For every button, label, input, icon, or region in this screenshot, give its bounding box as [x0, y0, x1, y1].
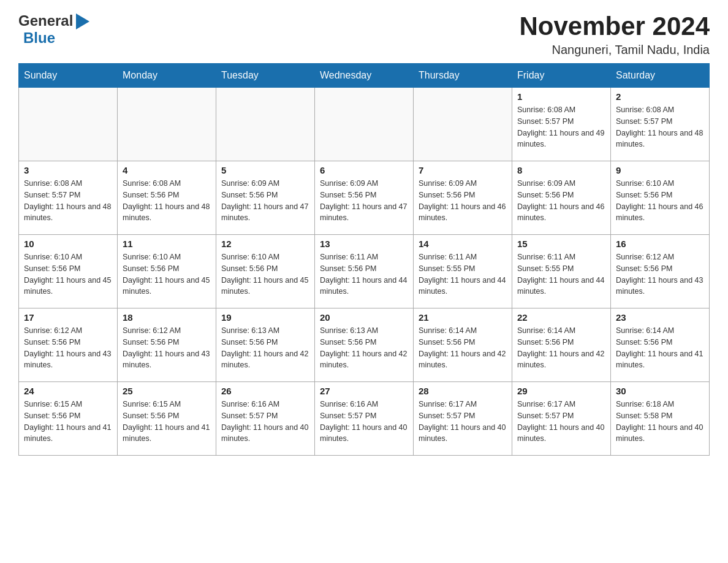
sun-info: Sunrise: 6:09 AMSunset: 5:56 PMDaylight:… [221, 178, 309, 224]
calendar-cell: 6Sunrise: 6:09 AMSunset: 5:56 PMDaylight… [315, 161, 414, 235]
sun-info: Sunrise: 6:10 AMSunset: 5:56 PMDaylight:… [616, 178, 704, 224]
day-number: 10 [24, 239, 112, 249]
sun-info: Sunrise: 6:08 AMSunset: 5:56 PMDaylight:… [123, 178, 211, 224]
day-number: 17 [24, 312, 112, 323]
day-number: 13 [320, 239, 408, 249]
calendar-cell: 27Sunrise: 6:16 AMSunset: 5:57 PMDayligh… [315, 382, 414, 456]
calendar-cell: 22Sunrise: 6:14 AMSunset: 5:56 PMDayligh… [512, 308, 611, 382]
sun-info: Sunrise: 6:10 AMSunset: 5:56 PMDaylight:… [123, 251, 211, 297]
calendar-cell: 28Sunrise: 6:17 AMSunset: 5:57 PMDayligh… [414, 382, 512, 456]
calendar-cell: 21Sunrise: 6:14 AMSunset: 5:56 PMDayligh… [414, 308, 512, 382]
calendar-header-row: SundayMondayTuesdayWednesdayThursdayFrid… [19, 64, 710, 88]
sun-info: Sunrise: 6:09 AMSunset: 5:56 PMDaylight:… [419, 178, 507, 224]
sun-info: Sunrise: 6:12 AMSunset: 5:56 PMDaylight:… [123, 325, 211, 371]
calendar-cell: 30Sunrise: 6:18 AMSunset: 5:58 PMDayligh… [611, 382, 710, 456]
sun-info: Sunrise: 6:10 AMSunset: 5:56 PMDaylight:… [24, 251, 112, 297]
calendar-cell: 17Sunrise: 6:12 AMSunset: 5:56 PMDayligh… [19, 308, 118, 382]
day-number: 22 [517, 312, 605, 323]
calendar-cell: 14Sunrise: 6:11 AMSunset: 5:55 PMDayligh… [414, 235, 512, 308]
day-header-friday: Friday [512, 64, 611, 88]
calendar-cell: 20Sunrise: 6:13 AMSunset: 5:56 PMDayligh… [315, 308, 414, 382]
calendar-cell: 8Sunrise: 6:09 AMSunset: 5:56 PMDaylight… [512, 161, 611, 235]
day-number: 4 [123, 165, 211, 175]
calendar-cell: 1Sunrise: 6:08 AMSunset: 5:57 PMDaylight… [512, 88, 611, 161]
calendar-cell: 15Sunrise: 6:11 AMSunset: 5:55 PMDayligh… [512, 235, 611, 308]
calendar-week-row: 24Sunrise: 6:15 AMSunset: 5:56 PMDayligh… [19, 382, 710, 456]
day-header-monday: Monday [118, 64, 216, 88]
calendar-cell: 12Sunrise: 6:10 AMSunset: 5:56 PMDayligh… [216, 235, 315, 308]
calendar-cell: 25Sunrise: 6:15 AMSunset: 5:56 PMDayligh… [118, 382, 216, 456]
day-number: 9 [616, 165, 704, 175]
day-number: 3 [24, 165, 112, 175]
sun-info: Sunrise: 6:13 AMSunset: 5:56 PMDaylight:… [221, 325, 309, 371]
calendar-cell [414, 88, 512, 161]
calendar-week-row: 3Sunrise: 6:08 AMSunset: 5:57 PMDaylight… [19, 161, 710, 235]
calendar-cell: 19Sunrise: 6:13 AMSunset: 5:56 PMDayligh… [216, 308, 315, 382]
calendar-cell [315, 88, 414, 161]
day-number: 21 [419, 312, 507, 323]
location-text: Nanguneri, Tamil Nadu, India [519, 43, 710, 57]
day-number: 16 [616, 239, 704, 249]
calendar-week-row: 1Sunrise: 6:08 AMSunset: 5:57 PMDaylight… [19, 88, 710, 161]
calendar-cell: 4Sunrise: 6:08 AMSunset: 5:56 PMDaylight… [118, 161, 216, 235]
calendar-cell: 18Sunrise: 6:12 AMSunset: 5:56 PMDayligh… [118, 308, 216, 382]
calendar-cell: 13Sunrise: 6:11 AMSunset: 5:56 PMDayligh… [315, 235, 414, 308]
sun-info: Sunrise: 6:11 AMSunset: 5:55 PMDaylight:… [517, 251, 605, 297]
day-number: 12 [221, 239, 309, 249]
calendar-cell: 7Sunrise: 6:09 AMSunset: 5:56 PMDaylight… [414, 161, 512, 235]
day-header-wednesday: Wednesday [315, 64, 414, 88]
sun-info: Sunrise: 6:14 AMSunset: 5:56 PMDaylight:… [517, 325, 605, 371]
sun-info: Sunrise: 6:15 AMSunset: 5:56 PMDaylight:… [123, 399, 211, 445]
sun-info: Sunrise: 6:08 AMSunset: 5:57 PMDaylight:… [517, 104, 605, 150]
calendar-cell: 10Sunrise: 6:10 AMSunset: 5:56 PMDayligh… [19, 235, 118, 308]
sun-info: Sunrise: 6:16 AMSunset: 5:57 PMDaylight:… [320, 399, 408, 445]
day-number: 1 [517, 91, 605, 102]
day-number: 2 [616, 91, 704, 102]
calendar-table: SundayMondayTuesdayWednesdayThursdayFrid… [18, 63, 710, 456]
sun-info: Sunrise: 6:12 AMSunset: 5:56 PMDaylight:… [24, 325, 112, 371]
day-number: 11 [123, 239, 211, 249]
sun-info: Sunrise: 6:13 AMSunset: 5:56 PMDaylight:… [320, 325, 408, 371]
sun-info: Sunrise: 6:18 AMSunset: 5:58 PMDaylight:… [616, 399, 704, 445]
logo-blue-text: Blue [23, 29, 55, 46]
day-header-tuesday: Tuesday [216, 64, 315, 88]
calendar-cell: 11Sunrise: 6:10 AMSunset: 5:56 PMDayligh… [118, 235, 216, 308]
sun-info: Sunrise: 6:17 AMSunset: 5:57 PMDaylight:… [517, 399, 605, 445]
sun-info: Sunrise: 6:17 AMSunset: 5:57 PMDaylight:… [419, 399, 507, 445]
calendar-cell: 23Sunrise: 6:14 AMSunset: 5:56 PMDayligh… [611, 308, 710, 382]
calendar-cell: 26Sunrise: 6:16 AMSunset: 5:57 PMDayligh… [216, 382, 315, 456]
logo: General Blue [18, 12, 91, 47]
sun-info: Sunrise: 6:08 AMSunset: 5:57 PMDaylight:… [24, 178, 112, 224]
calendar-week-row: 17Sunrise: 6:12 AMSunset: 5:56 PMDayligh… [19, 308, 710, 382]
logo-general-text: General [18, 12, 73, 29]
day-number: 24 [24, 386, 112, 396]
calendar-cell: 5Sunrise: 6:09 AMSunset: 5:56 PMDaylight… [216, 161, 315, 235]
day-number: 25 [123, 386, 211, 396]
day-number: 7 [419, 165, 507, 175]
calendar-week-row: 10Sunrise: 6:10 AMSunset: 5:56 PMDayligh… [19, 235, 710, 308]
day-header-saturday: Saturday [611, 64, 710, 88]
sun-info: Sunrise: 6:10 AMSunset: 5:56 PMDaylight:… [221, 251, 309, 297]
calendar-cell: 16Sunrise: 6:12 AMSunset: 5:56 PMDayligh… [611, 235, 710, 308]
day-number: 6 [320, 165, 408, 175]
sun-info: Sunrise: 6:16 AMSunset: 5:57 PMDaylight:… [221, 399, 309, 445]
calendar-cell: 3Sunrise: 6:08 AMSunset: 5:57 PMDaylight… [19, 161, 118, 235]
sun-info: Sunrise: 6:14 AMSunset: 5:56 PMDaylight:… [419, 325, 507, 371]
day-number: 30 [616, 386, 704, 396]
day-number: 23 [616, 312, 704, 323]
sun-info: Sunrise: 6:15 AMSunset: 5:56 PMDaylight:… [24, 399, 112, 445]
sun-info: Sunrise: 6:14 AMSunset: 5:56 PMDaylight:… [616, 325, 704, 371]
page-header: General Blue November 2024 Nanguneri, Ta… [18, 12, 710, 57]
calendar-cell [118, 88, 216, 161]
sun-info: Sunrise: 6:12 AMSunset: 5:56 PMDaylight:… [616, 251, 704, 297]
calendar-cell [216, 88, 315, 161]
month-title: November 2024 [519, 12, 710, 40]
sun-info: Sunrise: 6:11 AMSunset: 5:55 PMDaylight:… [419, 251, 507, 297]
title-block: November 2024 Nanguneri, Tamil Nadu, Ind… [519, 12, 710, 57]
calendar-cell: 2Sunrise: 6:08 AMSunset: 5:57 PMDaylight… [611, 88, 710, 161]
sun-info: Sunrise: 6:09 AMSunset: 5:56 PMDaylight:… [517, 178, 605, 224]
calendar-cell [19, 88, 118, 161]
calendar-cell: 29Sunrise: 6:17 AMSunset: 5:57 PMDayligh… [512, 382, 611, 456]
day-number: 28 [419, 386, 507, 396]
sun-info: Sunrise: 6:09 AMSunset: 5:56 PMDaylight:… [320, 178, 408, 224]
